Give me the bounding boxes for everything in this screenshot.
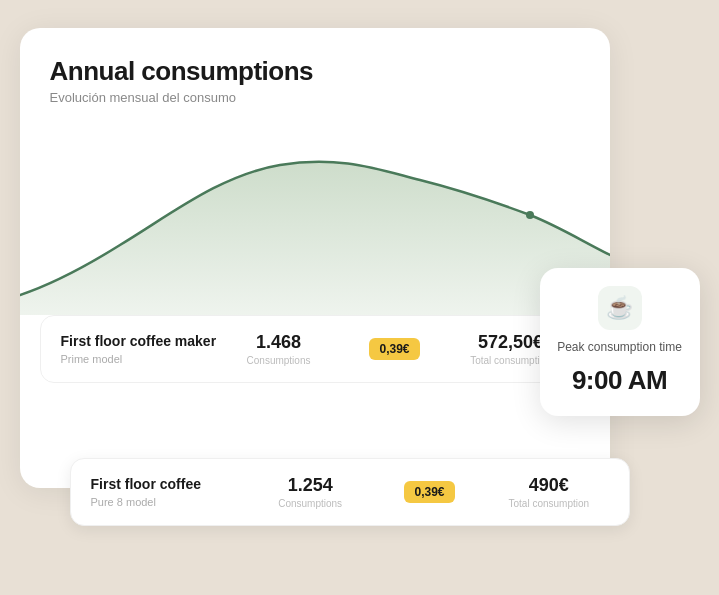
consumptions-value-2: 1.254	[288, 475, 333, 496]
device-info-2: First floor coffee Pure 8 model	[91, 475, 251, 507]
stat-consumptions-1: 1.468 Consumptions	[221, 332, 337, 366]
peak-label: Peak consumption time	[557, 340, 682, 356]
chart-peak-dot	[526, 211, 534, 219]
consumption-chart	[20, 115, 610, 315]
device-name-2: First floor coffee	[91, 475, 251, 493]
scene: Annual consumptions Evolución mensual de…	[20, 28, 700, 568]
device-model-1: Prime model	[61, 353, 221, 365]
price-badge-1: 0,39€	[369, 338, 419, 360]
peak-time: 9:00 AM	[572, 365, 667, 396]
consumptions-label-1: Consumptions	[247, 355, 311, 366]
device-info-1: First floor coffee maker Prime model	[61, 332, 221, 364]
device-rows: First floor coffee maker Prime model 1.4…	[20, 315, 610, 393]
stat-price-1: 0,39€	[337, 338, 453, 360]
total-label-1: Total consumption	[470, 355, 551, 366]
consumptions-value-1: 1.468	[256, 332, 301, 353]
card-title: Annual consumptions	[50, 56, 580, 87]
device-name-1: First floor coffee maker	[61, 332, 221, 350]
main-card: Annual consumptions Evolución mensual de…	[20, 28, 610, 488]
consumptions-label-2: Consumptions	[278, 498, 342, 509]
total-value-1: 572,50€	[478, 332, 543, 353]
stat-price-2: 0,39€	[370, 481, 489, 503]
stat-consumptions-2: 1.254 Consumptions	[251, 475, 370, 509]
device-model-2: Pure 8 model	[91, 496, 251, 508]
peak-icon: ☕	[598, 286, 642, 330]
device-row-2: First floor coffee Pure 8 model 1.254 Co…	[70, 458, 630, 526]
card-header: Annual consumptions Evolución mensual de…	[20, 28, 610, 115]
peak-card: ☕ Peak consumption time 9:00 AM	[540, 268, 700, 417]
price-badge-2: 0,39€	[404, 481, 454, 503]
total-label-2: Total consumption	[509, 498, 590, 509]
second-row-wrap: First floor coffee Pure 8 model 1.254 Co…	[70, 458, 630, 526]
card-subtitle: Evolución mensual del consumo	[50, 90, 580, 105]
total-value-2: 490€	[529, 475, 569, 496]
stat-total-2: 490€ Total consumption	[489, 475, 608, 509]
device-row-1: First floor coffee maker Prime model 1.4…	[40, 315, 590, 383]
chart-area	[20, 115, 610, 315]
